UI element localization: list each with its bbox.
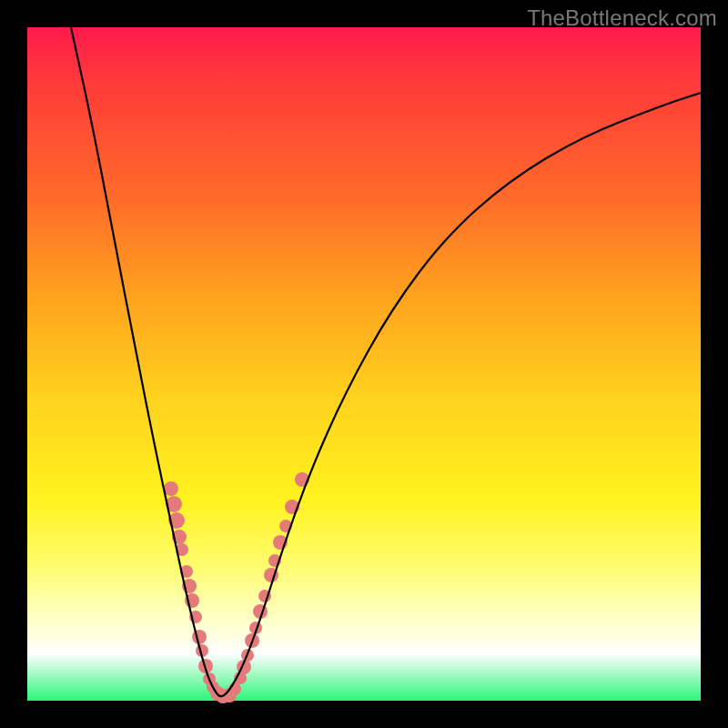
data-point xyxy=(192,630,207,644)
watermark-text: TheBottleneck.com xyxy=(527,5,717,31)
chart-frame: TheBottleneck.com xyxy=(0,0,728,728)
chart-svg xyxy=(27,27,701,701)
bottleneck-curve xyxy=(71,27,701,696)
data-point xyxy=(164,481,178,496)
